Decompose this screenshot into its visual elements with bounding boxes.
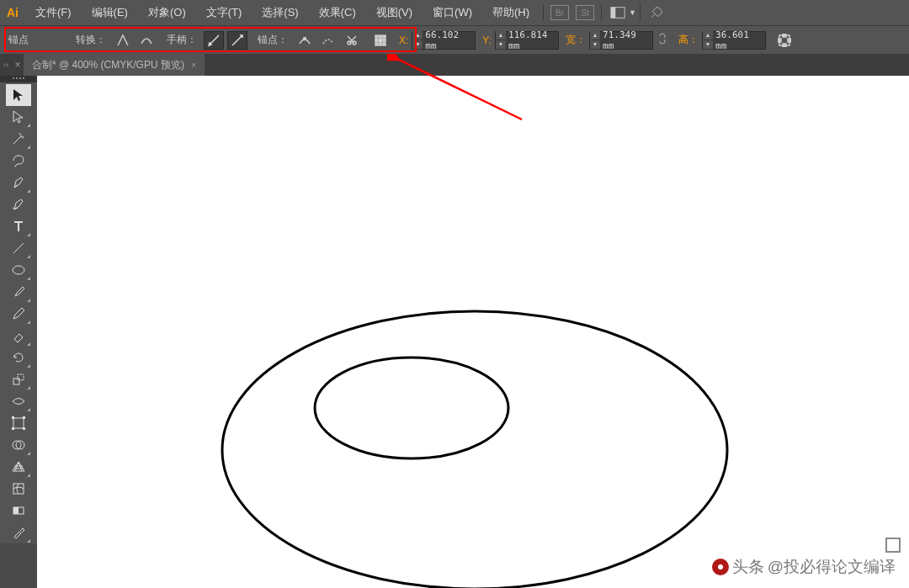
svg-rect-23 bbox=[12, 416, 14, 419]
width-label: 宽： bbox=[566, 33, 586, 47]
x-stepper[interactable]: ▲▼ bbox=[412, 31, 423, 50]
artboard[interactable] bbox=[37, 76, 909, 588]
document-tab-title: 合制* @ 400% (CMYK/GPU 预览) bbox=[32, 54, 184, 76]
svg-rect-34 bbox=[886, 538, 900, 552]
width-stepper[interactable]: ▲▼ bbox=[590, 31, 600, 50]
tab-close-icon[interactable]: × bbox=[191, 54, 196, 76]
watermark-logo-icon bbox=[712, 559, 729, 575]
watermark-prefix: 头条 bbox=[732, 556, 764, 578]
width-input[interactable]: ▲▼ 71.349 mm bbox=[589, 31, 653, 50]
selection-tool[interactable] bbox=[6, 84, 31, 106]
y-stepper[interactable]: ▲▼ bbox=[496, 31, 506, 50]
menu-separator bbox=[543, 4, 544, 21]
paintbrush-tool[interactable] bbox=[6, 281, 31, 303]
height-stepper[interactable]: ▲▼ bbox=[703, 31, 713, 50]
anchor-point-label: 锚点 bbox=[8, 33, 29, 47]
scale-tool[interactable] bbox=[6, 368, 31, 390]
ellipse-tool[interactable] bbox=[6, 259, 31, 281]
canvas-area bbox=[37, 76, 909, 588]
connect-anchor-icon[interactable] bbox=[318, 31, 338, 50]
menu-object[interactable]: 对象(O) bbox=[138, 0, 196, 25]
arrange-documents-icon[interactable] bbox=[608, 4, 628, 21]
chevron-down-icon: ▼ bbox=[629, 8, 636, 17]
svg-rect-7 bbox=[383, 35, 385, 38]
menu-type[interactable]: 文字(T) bbox=[196, 0, 252, 25]
svg-rect-17 bbox=[783, 34, 786, 37]
svg-point-19 bbox=[13, 266, 24, 274]
menu-file[interactable]: 文件(F) bbox=[25, 0, 82, 25]
isolate-shape-icon[interactable] bbox=[774, 31, 795, 50]
remove-anchor-icon[interactable] bbox=[295, 31, 315, 50]
convert-label: 转换： bbox=[76, 33, 106, 47]
menu-effect[interactable]: 效果(C) bbox=[309, 0, 366, 25]
menu-edit[interactable]: 编辑(E) bbox=[82, 0, 138, 25]
rotate-tool[interactable] bbox=[6, 347, 31, 368]
anchors-label: 锚点： bbox=[258, 33, 288, 47]
y-value[interactable]: 116.814 mm bbox=[506, 29, 558, 51]
menu-separator bbox=[601, 4, 602, 21]
free-transform-tool[interactable] bbox=[6, 412, 31, 434]
svg-rect-18 bbox=[783, 44, 786, 47]
y-input[interactable]: ▲▼ 116.814 mm bbox=[495, 31, 559, 50]
corner-expand-icon[interactable] bbox=[884, 536, 902, 554]
menu-view[interactable]: 视图(V) bbox=[366, 0, 423, 25]
svg-rect-29 bbox=[13, 484, 24, 494]
watermark: 头条 @投必得论文编译 bbox=[712, 556, 896, 578]
perspective-grid-tool[interactable] bbox=[6, 456, 31, 478]
gpu-rocket-icon[interactable] bbox=[646, 4, 667, 21]
bridge-icon[interactable]: Br bbox=[550, 5, 569, 20]
curvature-tool[interactable] bbox=[6, 193, 31, 215]
document-tab[interactable]: 合制* @ 400% (CMYK/GPU 预览) × bbox=[24, 54, 205, 76]
gradient-tool[interactable] bbox=[6, 500, 31, 522]
convert-smooth-icon[interactable] bbox=[136, 31, 157, 50]
width-tool[interactable] bbox=[6, 390, 31, 412]
x-label: X: bbox=[399, 34, 408, 46]
x-input[interactable]: ▲▼ 66.102 mm bbox=[412, 31, 476, 50]
menu-select[interactable]: 选择(S) bbox=[252, 0, 308, 25]
direct-selection-tool[interactable] bbox=[6, 106, 31, 128]
svg-rect-15 bbox=[778, 39, 781, 42]
svg-point-32 bbox=[222, 311, 727, 588]
convert-corner-icon[interactable] bbox=[113, 31, 133, 50]
eyedropper-tool[interactable] bbox=[6, 522, 31, 543]
height-value[interactable]: 36.601 mm bbox=[713, 29, 765, 51]
hide-handles-icon[interactable] bbox=[227, 31, 247, 50]
svg-rect-9 bbox=[380, 39, 382, 41]
pen-tool[interactable] bbox=[6, 172, 31, 193]
svg-rect-24 bbox=[23, 416, 25, 419]
toolbox bbox=[0, 82, 37, 543]
magic-wand-tool[interactable] bbox=[6, 128, 31, 150]
height-input[interactable]: ▲▼ 36.601 mm bbox=[702, 31, 766, 50]
stock-icon[interactable]: St bbox=[576, 5, 594, 20]
show-handles-icon[interactable] bbox=[204, 31, 224, 50]
svg-rect-26 bbox=[23, 427, 25, 430]
shape-builder-tool[interactable] bbox=[6, 434, 31, 456]
handles-label: 手柄： bbox=[167, 33, 197, 47]
menu-window[interactable]: 窗口(W) bbox=[423, 0, 482, 25]
width-value[interactable]: 71.349 mm bbox=[600, 29, 652, 51]
cut-path-icon[interactable] bbox=[342, 31, 362, 50]
eraser-tool[interactable] bbox=[6, 325, 31, 347]
reference-point-icon[interactable] bbox=[370, 31, 391, 50]
mesh-tool[interactable] bbox=[6, 478, 31, 500]
svg-rect-11 bbox=[375, 43, 378, 45]
tab-close-icon[interactable]: × bbox=[12, 59, 24, 71]
tab-grip-icon[interactable]: ›› bbox=[0, 61, 12, 69]
svg-rect-22 bbox=[13, 418, 24, 428]
type-tool[interactable] bbox=[6, 215, 31, 237]
menu-separator bbox=[640, 4, 641, 21]
x-value[interactable]: 66.102 mm bbox=[423, 29, 475, 51]
svg-rect-20 bbox=[13, 379, 19, 384]
lasso-tool[interactable] bbox=[6, 150, 31, 172]
pencil-tool[interactable] bbox=[6, 303, 31, 325]
svg-rect-1 bbox=[611, 8, 615, 19]
toolbar-grip[interactable] bbox=[0, 76, 37, 82]
menu-help[interactable]: 帮助(H) bbox=[482, 0, 540, 25]
link-wh-icon[interactable] bbox=[656, 31, 668, 49]
svg-rect-13 bbox=[383, 43, 385, 45]
y-label: Y: bbox=[482, 34, 492, 46]
line-tool[interactable] bbox=[6, 237, 31, 259]
svg-point-33 bbox=[315, 358, 508, 458]
svg-point-2 bbox=[304, 37, 306, 40]
control-bar: 锚点 转换： 手柄： 锚点： X: ▲▼ 66.102 mm Y: ▲▼ 116… bbox=[0, 25, 909, 54]
